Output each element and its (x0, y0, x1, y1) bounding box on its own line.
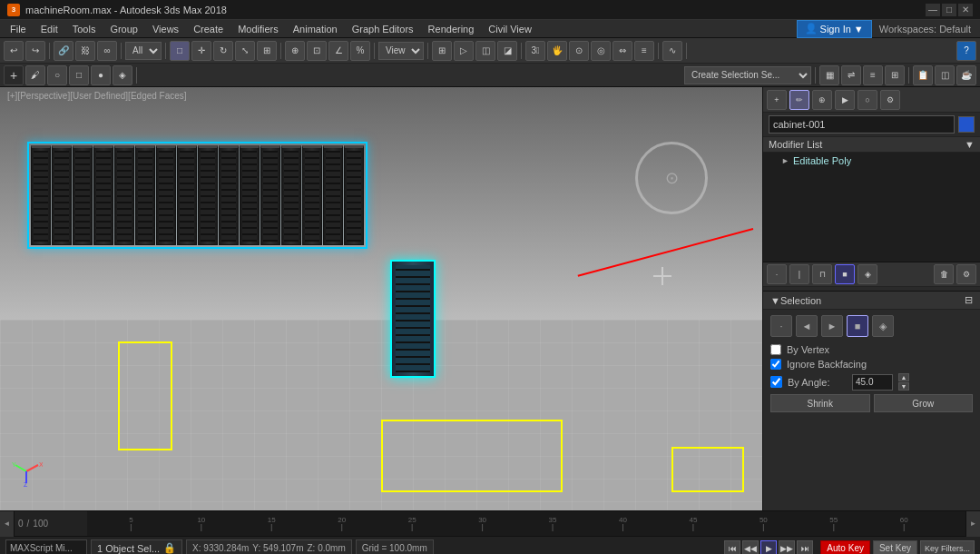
menu-animation[interactable]: Animation (287, 22, 344, 36)
help-btn[interactable]: ? (956, 41, 976, 61)
snap-tool[interactable]: ⊡ (307, 41, 327, 61)
arr-btn[interactable]: ⊞ (885, 65, 905, 85)
layer-tool[interactable]: ⊞ (432, 41, 452, 61)
menu-tools[interactable]: Tools (66, 22, 103, 36)
object-color-swatch[interactable] (958, 116, 975, 133)
create-sel-select[interactable]: Create Selection Se... (684, 66, 811, 84)
maxscript-panel[interactable]: MAXScript Mi... (5, 539, 87, 555)
curve-editor[interactable]: ∿ (662, 41, 682, 61)
menu-civil-view[interactable]: Civil View (482, 22, 537, 36)
angle-up-btn[interactable]: ▲ (898, 373, 909, 381)
mirror-sel-btn[interactable]: ⇌ (841, 65, 861, 85)
ribbon-btn[interactable]: ◫ (935, 65, 955, 85)
shrink-button[interactable]: Shrink (770, 394, 870, 412)
timeline-track[interactable]: 5 10 15 20 25 30 35 40 45 50 5 (87, 511, 965, 536)
scale-tool[interactable]: ⤡ (235, 41, 255, 61)
render-tool[interactable]: ▷ (454, 41, 474, 61)
menu-graph-editors[interactable]: Graph Editors (346, 22, 420, 36)
sub-edge-btn[interactable]: | (789, 264, 809, 284)
timeline-right-btn[interactable]: ► (965, 511, 980, 537)
close-button[interactable]: ✕ (958, 4, 973, 16)
sel-polygon-icon[interactable]: ■ (847, 315, 868, 337)
align-sel-btn[interactable]: ≡ (863, 65, 883, 85)
modifier-list-content[interactable]: ► Editable Poly (763, 153, 980, 262)
menu-create[interactable]: Create (187, 22, 230, 36)
orbit-tool[interactable]: ⊙ (569, 41, 589, 61)
named-sel-btn[interactable]: ▦ (819, 65, 839, 85)
wireframe-tool[interactable]: ◫ (475, 41, 495, 61)
paint-btn[interactable]: 🖌 (25, 65, 45, 85)
unlink-tool[interactable]: ⛓ (75, 41, 95, 61)
zoom-tool[interactable]: 3⃣ (525, 41, 545, 61)
title-bar-controls[interactable]: — □ ✕ (926, 4, 973, 16)
field-of-view[interactable]: ◎ (591, 41, 611, 61)
angle-down-btn[interactable]: ▼ (898, 382, 909, 391)
modify-tab[interactable]: ✏ (789, 90, 809, 110)
bind-tool[interactable]: ∞ (97, 41, 117, 61)
rotate-tool[interactable]: ↻ (213, 41, 233, 61)
align-tool[interactable]: ≡ (634, 41, 654, 61)
link-tool[interactable]: 🔗 (54, 41, 74, 61)
plus-btn[interactable]: + (4, 65, 24, 85)
go-start-btn[interactable]: ⏮ (724, 540, 740, 555)
percent-snap[interactable]: % (350, 41, 370, 61)
redo-button[interactable]: ↪ (25, 41, 45, 61)
modifier-list-header[interactable]: Modifier List ▼ (763, 137, 980, 153)
next-frame-btn[interactable]: ▶▶ (779, 540, 795, 555)
display-tab[interactable]: ○ (858, 90, 877, 110)
menu-modifiers[interactable]: Modifiers (231, 22, 285, 36)
transform-tool[interactable]: ⊞ (257, 41, 277, 61)
sub-vertex-btn[interactable]: · (767, 264, 787, 284)
sub-del-btn[interactable]: 🗑 (934, 264, 954, 284)
menu-rendering[interactable]: Rendering (422, 22, 481, 36)
shaded-tool[interactable]: ◪ (497, 41, 517, 61)
angle-snap[interactable]: ∠ (328, 41, 348, 61)
filter-select[interactable]: All (125, 42, 162, 60)
grow-button[interactable]: Grow (874, 394, 974, 412)
by-angle-checkbox[interactable] (770, 376, 782, 388)
mirror-tool[interactable]: ⇔ (612, 41, 632, 61)
sub-poly-btn[interactable]: ■ (835, 264, 855, 284)
hierarchy-tab[interactable]: ⊕ (812, 90, 832, 110)
sel-edge-icon[interactable]: ◄ (796, 315, 818, 337)
go-end-btn[interactable]: ⏭ (797, 540, 813, 555)
menu-file[interactable]: File (4, 22, 33, 36)
modifier-editable-poly[interactable]: ► Editable Poly (763, 153, 980, 169)
sel-vertex-icon[interactable]: · (770, 315, 792, 337)
circle-btn[interactable]: ○ (47, 65, 67, 85)
sel-border-icon[interactable]: ► (821, 315, 843, 337)
by-vertex-checkbox[interactable] (770, 344, 781, 355)
pan-tool[interactable]: 🖐 (547, 41, 567, 61)
create-tab[interactable]: + (767, 90, 787, 110)
motion-tab[interactable]: ▶ (835, 90, 855, 110)
minimize-button[interactable]: — (926, 4, 940, 16)
object-name-input[interactable]: cabinet-001 (769, 115, 955, 134)
sub-settings-btn[interactable]: ⚙ (956, 264, 976, 284)
maximize-button[interactable]: □ (942, 4, 956, 16)
sub-element-btn[interactable]: ◈ (858, 264, 877, 284)
box3d-btn[interactable]: ◈ (113, 65, 132, 85)
layer-btn[interactable]: 📋 (913, 65, 933, 85)
rect-btn[interactable]: □ (69, 65, 89, 85)
ignore-backfacing-checkbox[interactable] (770, 359, 781, 370)
selection-header[interactable]: ▼ Selection ⊟ (763, 291, 980, 310)
sphere-btn[interactable]: ● (91, 65, 111, 85)
menu-group[interactable]: Group (103, 22, 144, 36)
viewport[interactable]: [+][Perspective][User Defined][Edged Fac… (0, 87, 762, 510)
key-filters-button[interactable]: Key Filters... (920, 540, 975, 555)
coord-select[interactable]: View (378, 42, 424, 60)
pivot-tool[interactable]: ⊕ (285, 41, 305, 61)
play-btn[interactable]: ▶ (760, 540, 777, 555)
cup-btn[interactable]: ☕ (956, 65, 976, 85)
timeline-left-btn[interactable]: ◄ (0, 511, 15, 537)
sign-in-button[interactable]: 👤 Sign In ▼ (797, 20, 872, 38)
undo-button[interactable]: ↩ (4, 41, 24, 61)
selection-header-collapse[interactable]: ⊟ (965, 294, 973, 306)
angle-value-input[interactable] (852, 374, 893, 391)
utilities-tab[interactable]: ⚙ (880, 90, 900, 110)
select-tool[interactable]: □ (170, 41, 190, 61)
set-key-button[interactable]: Set Key (873, 540, 917, 555)
sel-element-icon[interactable]: ◈ (872, 315, 894, 337)
menu-edit[interactable]: Edit (34, 22, 64, 36)
menu-views[interactable]: Views (146, 22, 185, 36)
